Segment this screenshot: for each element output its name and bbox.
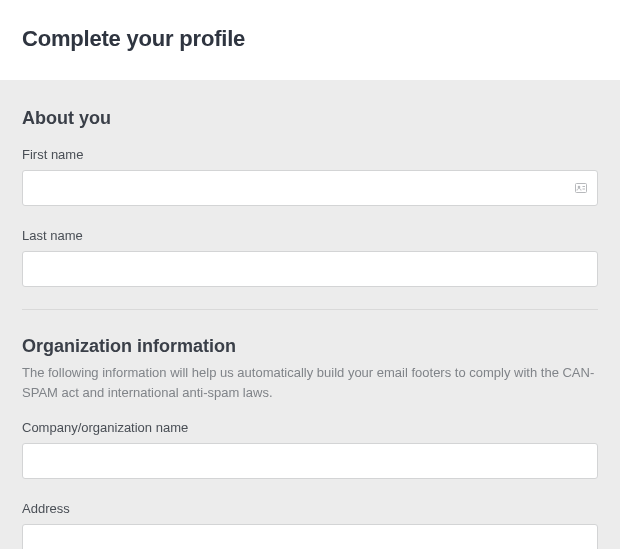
form-area: About you First name Last name Organizat…	[0, 80, 620, 549]
section-divider	[22, 309, 598, 310]
first-name-label: First name	[22, 147, 598, 162]
address-input[interactable]	[22, 524, 598, 549]
last-name-field: Last name	[22, 228, 598, 287]
first-name-input[interactable]	[22, 170, 598, 206]
first-name-field: First name	[22, 147, 598, 206]
company-name-field: Company/organization name	[22, 420, 598, 479]
company-name-input[interactable]	[22, 443, 598, 479]
last-name-label: Last name	[22, 228, 598, 243]
address-field: Address	[22, 501, 598, 549]
page-title: Complete your profile	[22, 26, 598, 52]
organization-heading: Organization information	[22, 336, 598, 357]
input-wrap	[22, 170, 598, 206]
address-label: Address	[22, 501, 598, 516]
organization-description: The following information will help us a…	[22, 363, 598, 402]
header: Complete your profile	[0, 0, 620, 80]
last-name-input[interactable]	[22, 251, 598, 287]
about-you-heading: About you	[22, 108, 598, 129]
company-name-label: Company/organization name	[22, 420, 598, 435]
